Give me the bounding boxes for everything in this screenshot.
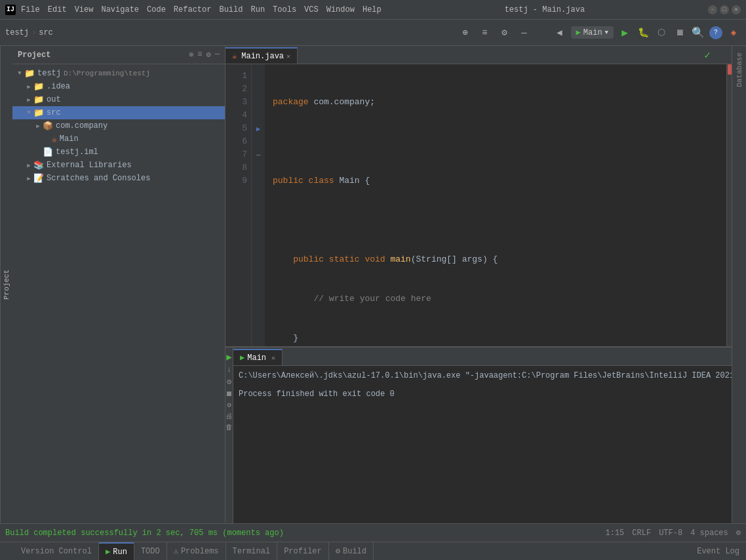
tree-item-testj[interactable]: ▼ 📁 testj D:\Programming\testj [12, 67, 225, 80]
breadcrumb-project[interactable]: testj [5, 28, 29, 37]
search-button[interactable]: 🔍 [691, 26, 705, 40]
maximize-button[interactable]: □ [720, 5, 729, 14]
arrow-src: ▼ [24, 108, 33, 117]
tree-item-idea[interactable]: ▶ 📁 .idea [12, 80, 225, 93]
tab-build[interactable]: ⚙ Build [329, 542, 374, 561]
panel-header: Project ⊕ ≡ ⚙ — [12, 46, 225, 64]
bottom-section: ▶ ↓ ⚙ ⏹ ⚙ 🖨 🗑 ▶ Main ✕ [226, 346, 732, 523]
settings-icon[interactable]: ⚙ [736, 528, 741, 538]
bottom-tool-tabs: Version Control ▶ Run TODO ⚠ Problems Te… [0, 542, 746, 560]
breadcrumb-src[interactable]: src [39, 28, 53, 37]
menu-build[interactable]: Build [219, 5, 243, 14]
console-content: C:\Users\Алексей\.jdks\azul-17.0.1\bin\j… [233, 366, 732, 523]
window-title: testj - Main.java [387, 5, 703, 14]
settings-icon[interactable]: ⚙ [498, 26, 512, 40]
code-content[interactable]: package com.company; public class Main {… [265, 64, 732, 346]
tab-main-java[interactable]: ☕ Main.java ✕ [226, 47, 298, 64]
menu-edit[interactable]: Edit [48, 5, 67, 14]
tree-item-scratches[interactable]: ▶ 📝 Scratches and Consoles [12, 172, 225, 185]
code-editor[interactable]: 1 2 3 4 5 6 7 8 9 [226, 64, 732, 346]
profile-button[interactable]: ? [709, 26, 722, 39]
bottom-tab-bar: ▶ Main ✕ ⚙ — [233, 348, 732, 366]
label-package: com.company [56, 121, 108, 130]
tree-item-iml[interactable]: 📄 testj.iml [12, 146, 225, 159]
panel-title: Project [18, 50, 50, 60]
breadcrumb: testj › src [5, 28, 53, 37]
build-icon[interactable]: ⚙ [227, 401, 231, 409]
menu-help[interactable]: Help [363, 5, 382, 14]
debug-button[interactable]: 🐛 [636, 26, 650, 40]
editor-wrapper: ☕ Main.java ✕ 1 2 3 4 5 6 7 8 [226, 46, 732, 346]
run-tab-close[interactable]: ✕ [271, 354, 275, 362]
tab-problems[interactable]: ⚠ Problems [167, 542, 226, 561]
print-icon[interactable]: 🖨 [226, 412, 233, 420]
icon-extlibs: 📚 [33, 160, 44, 170]
tab-run[interactable]: ▶ Main ✕ [233, 349, 283, 365]
toolbar-icons: ⊕ ≡ ⚙ — [458, 26, 532, 40]
coverage-button[interactable]: ⬡ [654, 26, 669, 40]
menu-file[interactable]: File [21, 5, 40, 14]
minimize-button[interactable]: – [708, 5, 717, 14]
app-logo: IJ [5, 5, 16, 15]
line-col-indicator[interactable]: 1:15 [606, 529, 625, 538]
help-icon[interactable]: ◈ [726, 26, 741, 40]
icon-testj: 📁 [24, 68, 35, 79]
scroll-to-end-icon[interactable]: ↓ [227, 365, 231, 374]
menu-window[interactable]: Window [326, 5, 355, 14]
tab-run-bottom[interactable]: ▶ Run [99, 542, 134, 561]
tab-todo[interactable]: TODO [134, 542, 167, 561]
tree-item-main[interactable]: ☕ Main [12, 132, 225, 146]
right-panel-strip: Database [732, 46, 746, 523]
tree-item-package[interactable]: ▶ 📦 com.company [12, 119, 225, 132]
sync-icon[interactable]: ≡ [478, 26, 492, 40]
close-button[interactable]: ✕ [732, 5, 741, 14]
filter-icon[interactable]: ⚙ [227, 377, 231, 387]
run-config-selector[interactable]: ▶ Main ▼ [571, 26, 614, 39]
panel-settings-icon[interactable]: ⚙ [206, 50, 211, 60]
panel-list-icon[interactable]: ≡ [197, 50, 202, 60]
database-label[interactable]: Database [736, 49, 743, 91]
arrow-iml [33, 148, 43, 157]
bottom-left-controls: ▶ ↓ ⚙ ⏹ ⚙ 🖨 🗑 [226, 348, 233, 523]
stop-button[interactable]: ⏹ [673, 26, 687, 40]
tab-terminal[interactable]: Terminal [226, 542, 278, 561]
icon-out: 📁 [33, 94, 44, 105]
build-status[interactable]: Build completed successfully in 2 sec, 7… [5, 529, 284, 538]
tab-event-log[interactable]: Event Log [690, 547, 746, 556]
project-panel: Project ⊕ ≡ ⚙ — ▼ 📁 testj D:\Programming… [12, 46, 226, 523]
path-testj: D:\Programming\testj [64, 70, 150, 77]
arrow-extlibs: ▶ [24, 161, 33, 170]
run-play-icon[interactable]: ▶ [226, 351, 231, 363]
back-icon[interactable]: ◀ [553, 26, 567, 40]
editor-scrollbar[interactable] [726, 64, 732, 346]
icon-package: 📦 [43, 121, 53, 131]
tab-profiler[interactable]: Profiler [277, 542, 329, 561]
code-line-3: public class Main { [273, 174, 732, 188]
project-panel-strip[interactable]: Project [0, 46, 12, 523]
menu-run[interactable]: Run [250, 5, 265, 14]
panel-close-icon[interactable]: — [215, 50, 220, 60]
menu-code[interactable]: Code [147, 5, 166, 14]
new-file-icon[interactable]: ⊕ [458, 26, 473, 40]
menu-tools[interactable]: Tools [273, 5, 296, 14]
tab-close-btn[interactable]: ✕ [286, 52, 290, 60]
indent-indicator[interactable]: 4 spaces [690, 529, 728, 538]
run-tab-icon: ▶ [240, 353, 245, 363]
tree-item-src[interactable]: ▼ 📁 src [12, 106, 225, 119]
panel-sync-icon[interactable]: ⊕ [189, 50, 193, 60]
delete-icon[interactable]: 🗑 [226, 423, 233, 431]
menu-view[interactable]: View [75, 5, 94, 14]
stop-process-icon[interactable]: ⏹ [226, 390, 233, 398]
code-line-5: public static void main(String[] args) { [273, 253, 732, 266]
encoding-indicator[interactable]: UTF-8 [659, 529, 682, 538]
tree-item-out[interactable]: ▶ 📁 out [12, 93, 225, 106]
run-button[interactable]: ▶ [618, 26, 632, 40]
menu-vcs[interactable]: VCS [304, 5, 319, 14]
scroll-error-marker [728, 64, 732, 75]
menu-navigate[interactable]: Navigate [101, 5, 139, 14]
tab-version-control[interactable]: Version Control [14, 542, 99, 561]
menu-refactor[interactable]: Refactor [174, 5, 212, 14]
crlf-indicator[interactable]: CRLF [632, 529, 651, 538]
tree-item-extlibs[interactable]: ▶ 📚 External Libraries [12, 159, 225, 172]
collapse-icon[interactable]: — [517, 26, 532, 40]
